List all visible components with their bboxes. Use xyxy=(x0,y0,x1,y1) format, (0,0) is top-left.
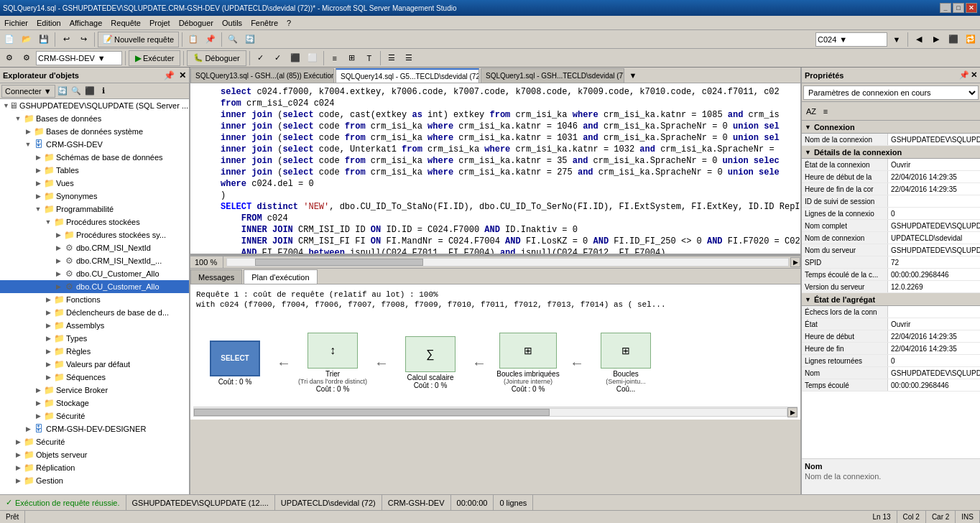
tree-expand-icon[interactable]: ▼ xyxy=(3,101,9,111)
paste-btn[interactable]: 📌 xyxy=(203,32,218,47)
prop-pin-icon[interactable]: 📌 xyxy=(959,70,969,80)
grid-btn[interactable]: ⊞ xyxy=(344,50,360,66)
tree-item[interactable]: ▼📁Procédures stockées xyxy=(0,216,189,228)
tree-expand-icon[interactable]: ▶ xyxy=(33,178,43,188)
tb2-btn1[interactable]: ⚙ xyxy=(1,50,17,66)
tree-expand-icon[interactable]: ▶ xyxy=(33,191,43,201)
tree-expand-icon[interactable]: ▶ xyxy=(43,346,53,356)
tree-expand-icon[interactable]: ▶ xyxy=(53,256,63,266)
tree-item[interactable]: ▶📁Schémas de base de données xyxy=(0,151,189,164)
stop-btn[interactable]: ⬛ xyxy=(946,32,961,47)
tree-item[interactable]: ▶📁Stockage xyxy=(0,397,189,409)
tree-item[interactable]: ▶📁Fonctions xyxy=(0,293,189,306)
menu-projet[interactable]: Projet xyxy=(145,16,175,29)
tree-item[interactable]: ▶📁Séquences xyxy=(0,371,189,384)
tree-item[interactable]: ▶📁Déclencheurs de base de d... xyxy=(0,306,189,319)
scroll-right-btn[interactable]: ▶ xyxy=(790,257,800,267)
plan-scroll-btn[interactable]: ▶ xyxy=(787,407,798,417)
tree-expand-icon[interactable]: ▼ xyxy=(23,139,33,149)
tb2-misc1[interactable]: ☰ xyxy=(384,50,399,66)
undo-btn[interactable]: ↩ xyxy=(58,32,74,47)
tree-item[interactable]: ▶📁Sécurité xyxy=(0,435,189,448)
tree-item[interactable]: ▼🗄CRM-GSH-DEV xyxy=(0,138,189,151)
execute-btn[interactable]: ▶ Exécuter xyxy=(129,50,180,66)
replace-btn[interactable]: 🔄 xyxy=(242,32,258,47)
tree-expand-icon[interactable]: ▶ xyxy=(33,385,43,395)
menu-requete[interactable]: Requête xyxy=(106,16,145,29)
tree-item[interactable]: ▶📁Gestion xyxy=(0,474,189,487)
prop-close-icon[interactable]: ✕ xyxy=(971,70,977,80)
server-dropdown[interactable]: CRM-GSH-DEV ▼ xyxy=(36,51,122,65)
tree-expand-icon[interactable]: ▶ xyxy=(33,411,43,421)
tree-expand-icon[interactable]: ▶ xyxy=(53,243,63,253)
tree-item[interactable]: ▶⚙dbo.CRM_ISI_NextId xyxy=(0,241,189,254)
tree-expand-icon[interactable]: ▶ xyxy=(53,269,63,279)
h-scroll-thumb[interactable] xyxy=(255,259,423,266)
copy-btn[interactable]: 📋 xyxy=(185,32,201,47)
menu-fenetre[interactable]: Fenêtre xyxy=(246,16,282,29)
sql-editor[interactable]: select c024.f7000, k7004.extkey, k7006.c… xyxy=(190,83,800,256)
tree-item[interactable]: ▶📁Service Broker xyxy=(0,384,189,397)
tree-expand-icon[interactable]: ▶ xyxy=(43,320,53,330)
tree-item[interactable]: ▶📁Types xyxy=(0,332,189,345)
tree-expand-icon[interactable]: ▶ xyxy=(53,282,63,292)
oe-pin-icon[interactable]: 📌 xyxy=(164,70,175,80)
tree-item[interactable]: ▶⚙dbo.CU_Customer_Allo xyxy=(0,267,189,280)
messages-tab[interactable]: Messages xyxy=(190,269,242,284)
tree-item[interactable]: ▶📁Sécurité xyxy=(0,409,189,422)
menu-outils[interactable]: Outils xyxy=(218,16,246,29)
tree-expand-icon[interactable]: ▶ xyxy=(33,152,43,162)
close-btn[interactable]: ✕ xyxy=(966,3,977,13)
prop-cat-btn[interactable]: ≡ xyxy=(819,105,832,118)
connect-btn[interactable]: Connecter ▼ xyxy=(1,85,55,98)
prop-alpha-btn[interactable]: AZ xyxy=(805,105,818,118)
menu-edition[interactable]: Edition xyxy=(32,16,65,29)
tab-1[interactable]: SQLQuery14.sql - G5...TECLD\sdevidal (72… xyxy=(336,68,479,83)
tree-item[interactable]: ▶🗄CRM-GSH-DEV-DESIGNER xyxy=(0,422,189,435)
tree-item[interactable]: ▶📁Vues xyxy=(0,177,189,190)
tree-item[interactable]: ▶📁Assemblys xyxy=(0,319,189,332)
tree-expand-icon[interactable]: ▶ xyxy=(43,295,53,305)
tree-item[interactable]: ▶📁Règles xyxy=(0,345,189,358)
tree-expand-icon[interactable]: ▶ xyxy=(43,333,53,343)
save-btn[interactable]: 💾 xyxy=(36,32,52,47)
parse-btn[interactable]: ✓ xyxy=(253,50,269,66)
tree-expand-icon[interactable]: ▶ xyxy=(33,398,43,408)
new-file-btn[interactable]: 📄 xyxy=(1,32,17,47)
tree-item[interactable]: ▶📁Réplication xyxy=(0,461,189,474)
oe-info-btn[interactable]: ℹ xyxy=(97,85,110,98)
tree-expand-icon[interactable]: ▶ xyxy=(13,463,23,473)
oe-stop-btn[interactable]: ⬛ xyxy=(83,85,96,98)
execution-plan-tab[interactable]: Plan d'exécution xyxy=(244,269,317,284)
prev-btn[interactable]: ◀ xyxy=(911,32,927,47)
prop-dropdown[interactable]: Paramètres de connexion en cours xyxy=(803,85,979,100)
tree-item[interactable]: ▶⚙dbo.CRM_ISI_NextId_... xyxy=(0,254,189,267)
tree-item[interactable]: ▶📁Synonymes xyxy=(0,190,189,203)
tree-expand-icon[interactable]: ▶ xyxy=(13,476,23,486)
refresh-btn[interactable]: 🔁 xyxy=(963,32,979,47)
menu-help[interactable]: ? xyxy=(282,16,295,29)
oe-filter-btn[interactable]: 🔍 xyxy=(70,85,83,98)
menu-debugger[interactable]: Déboguer xyxy=(175,16,218,29)
tree-expand-icon[interactable]: ▶ xyxy=(43,372,53,382)
next-btn[interactable]: ▶ xyxy=(928,32,944,47)
plan-hscroll[interactable]: ▶ xyxy=(193,407,798,417)
tree-expand-icon[interactable]: ▶ xyxy=(13,450,23,460)
tree-expand-icon[interactable]: ▶ xyxy=(13,437,23,447)
h-scrollbar[interactable] xyxy=(226,258,789,267)
redo-btn[interactable]: ↪ xyxy=(75,32,91,47)
prop-section-details[interactable]: ▼ Détails de la connexion xyxy=(802,146,980,159)
menu-affichage[interactable]: Affichage xyxy=(65,16,107,29)
tree-expand-icon[interactable]: ▼ xyxy=(33,204,43,214)
tree-item[interactable]: ▶📁Bases de données système xyxy=(0,125,189,138)
minimize-btn[interactable]: _ xyxy=(940,3,951,13)
tree-item[interactable]: ▶📁Procédures stockées sy... xyxy=(0,228,189,241)
tree-expand-icon[interactable]: ▼ xyxy=(13,114,23,124)
tab-0[interactable]: SQLQuery13.sql - GSH...(al (85)) Exécuti… xyxy=(190,68,334,83)
prop-section-agregat[interactable]: ▼ État de l'agrégat xyxy=(802,293,980,306)
new-query-btn[interactable]: 📝 Nouvelle requête xyxy=(98,32,179,47)
debug-btn[interactable]: 🐛 Déboguer xyxy=(187,50,246,66)
parse2-btn[interactable]: ✓ xyxy=(270,50,286,66)
tree-expand-icon[interactable]: ▶ xyxy=(23,126,33,136)
tab-overflow-btn[interactable]: ▼ xyxy=(626,68,640,83)
